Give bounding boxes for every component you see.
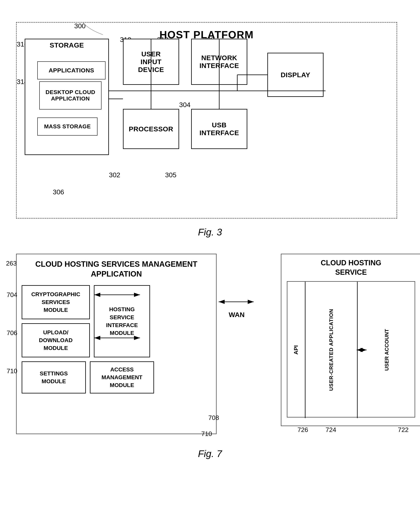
left-title: CLOUD HOSTING SERVICES MANAGEMENT APPLIC… bbox=[22, 259, 211, 279]
processor-box: PROCESSOR bbox=[123, 109, 179, 149]
network-interface-box: NETWORKINTERFACE bbox=[191, 39, 247, 85]
settings-box: SETTINGSMODULE bbox=[22, 361, 86, 393]
left-outer-box: CLOUD HOSTING SERVICES MANAGEMENT APPLIC… bbox=[16, 254, 217, 434]
applications-label: APPLICATIONS bbox=[48, 67, 94, 74]
fig7-row1: 704 CRYPTOGRAPHICSERVICESMODULE 706 bbox=[22, 285, 211, 357]
wan-label: WAN bbox=[229, 311, 244, 319]
left-modules: CRYPTOGRAPHICSERVICESMODULE 706 UPLOAD/D… bbox=[22, 285, 90, 357]
fig3-outer-box: HOST PLATFORM 310 312 308 316 314 302 30… bbox=[16, 22, 397, 219]
mass-storage-label: MASS STORAGE bbox=[44, 123, 91, 130]
cryptographic-box: CRYPTOGRAPHICSERVICESMODULE bbox=[22, 285, 90, 319]
page: 300 HOST PLATFORM 310 312 308 316 314 30… bbox=[0, 0, 420, 522]
ref-724: 724 bbox=[326, 426, 336, 434]
fig7-left-panel: 263 CLOUD HOSTING SERVICES MANAGEMENT AP… bbox=[16, 254, 217, 434]
access-management-box: ACCESSMANAGEMENTMODULE bbox=[90, 361, 154, 393]
fig3-section: 300 HOST PLATFORM 310 312 308 316 314 30… bbox=[16, 22, 404, 238]
right-title: CLOUD HOSTINGSERVICE bbox=[285, 258, 417, 277]
ref-708: 708 bbox=[208, 414, 219, 422]
ref-706: 706 bbox=[7, 329, 17, 337]
fig7-caption: Fig. 7 bbox=[16, 448, 404, 459]
storage-box: STORAGE APPLICATIONS DESKTOP CLOUDAPPLIC… bbox=[25, 39, 109, 155]
hosting-service-box: HOSTINGSERVICEINTERFACEMODULE bbox=[94, 285, 150, 357]
desktop-cloud-label: DESKTOP CLOUDAPPLICATION bbox=[46, 89, 95, 102]
user-created-box: USER-CREATED APPLICATION bbox=[305, 282, 358, 418]
ref-726: 726 bbox=[297, 426, 308, 434]
user-input-device-box: USERINPUTDEVICE bbox=[123, 39, 179, 85]
usb-interface-box: USBINTERFACE bbox=[191, 109, 247, 149]
display-label: DISPLAY bbox=[280, 71, 310, 79]
processor-label: PROCESSOR bbox=[129, 125, 173, 133]
fig7-row2: 710 SETTINGSMODULE ACCESSMANAGEMENTMODUL… bbox=[22, 361, 211, 393]
upload-download-box: UPLOAD/DOWNLOADMODULE bbox=[22, 323, 90, 357]
usb-interface-label: USBINTERFACE bbox=[199, 121, 239, 137]
fig7-container: 263 CLOUD HOSTING SERVICES MANAGEMENT AP… bbox=[16, 254, 404, 434]
desktop-cloud-box: DESKTOP CLOUDAPPLICATION bbox=[39, 81, 101, 109]
fig7-right-panel: 720 CLOUD HOSTINGSERVICE API USER-CRE bbox=[281, 254, 420, 426]
ref-710-left: 710 bbox=[7, 367, 17, 375]
user-created-label: USER-CREATED APPLICATION bbox=[328, 309, 334, 391]
row2-wrapper: 706 UPLOAD/DOWNLOADMODULE bbox=[22, 323, 90, 357]
right-inner-box: API USER-CREATED APPLICATION bbox=[287, 281, 415, 417]
ref-305: 305 bbox=[165, 171, 177, 179]
ref-304: 304 bbox=[179, 101, 191, 109]
user-account-label: USER ACCOUNT bbox=[383, 329, 390, 371]
wan-arrow-svg bbox=[217, 294, 257, 310]
user-account-box: USER ACCOUNT bbox=[358, 282, 416, 418]
wan-section: WAN bbox=[217, 294, 257, 319]
ref-710-right: 710 bbox=[201, 430, 212, 438]
display-box: DISPLAY bbox=[267, 53, 324, 97]
ref-704: 704 bbox=[7, 291, 17, 299]
ref-263: 263 bbox=[6, 260, 17, 267]
mass-storage-box: MASS STORAGE bbox=[37, 117, 97, 136]
ref-302: 302 bbox=[109, 171, 120, 179]
right-outer-box: CLOUD HOSTINGSERVICE API USER-CREATED AP… bbox=[281, 254, 420, 426]
api-label: API bbox=[293, 345, 299, 354]
ref-722: 722 bbox=[398, 426, 409, 434]
applications-box: APPLICATIONS bbox=[37, 61, 106, 79]
storage-label: STORAGE bbox=[50, 41, 84, 49]
ref-306: 306 bbox=[53, 188, 64, 196]
fig3-caption: Fig. 3 bbox=[16, 227, 404, 238]
fig7-section: 263 CLOUD HOSTING SERVICES MANAGEMENT AP… bbox=[16, 254, 404, 459]
user-input-label: USERINPUTDEVICE bbox=[138, 50, 164, 74]
network-interface-label: NETWORKINTERFACE bbox=[199, 54, 239, 69]
api-box: API bbox=[288, 282, 305, 418]
